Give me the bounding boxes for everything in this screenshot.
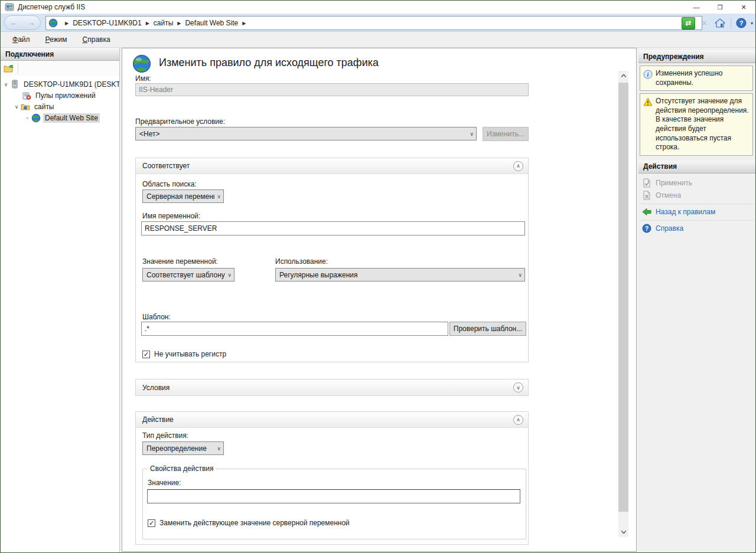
tree-item-server[interactable]: ∨ DESKTOP-U1MK9D1 (DESKTOP (1, 78, 119, 90)
info-icon: i (643, 70, 653, 79)
page-title: Изменить правило для исходящего трафика (159, 57, 379, 69)
action-section-header[interactable]: Действие ∧ (136, 412, 528, 428)
info-alert-text: Изменения успешно сохранены. (656, 69, 750, 87)
conditions-section: Условия ∨ (135, 379, 529, 396)
ignore-case-checkrow: ✓ Не учитывать регистр (142, 350, 226, 358)
vertical-scrollbar[interactable] (618, 71, 628, 537)
variable-name-input[interactable] (141, 221, 525, 235)
connections-toolbar (1, 61, 119, 76)
scope-value: Серверная переменн (146, 192, 214, 201)
action-properties-group: Свойства действия Значение: ✓ Заменить д… (142, 469, 526, 539)
site-globe-icon (48, 18, 58, 28)
action-properties-legend: Свойства действия (148, 464, 216, 473)
tree-item-label: сайты (32, 102, 56, 112)
expand-icon[interactable]: › (24, 115, 30, 121)
collapse-section-icon[interactable]: ∧ (513, 161, 523, 171)
actions-separator (641, 204, 754, 204)
actions-separator (641, 220, 754, 221)
apply-action: Применить (638, 177, 756, 189)
warning-alert: Отсутствует значение для действия переоп… (640, 93, 753, 156)
tree-item-sites[interactable]: ∨ сайты (1, 101, 119, 112)
tree-item-label: Пулы приложений (34, 91, 97, 100)
iis-manager-window: Диспетчер служб IIS — ❐ ✕ ← → ▶ DESKTOP-… (0, 0, 756, 553)
collapse-icon[interactable]: ∨ (3, 81, 9, 87)
variable-value-select[interactable]: Соответствует шаблону ∨ (142, 268, 234, 282)
action-type-value: Переопределение (146, 444, 214, 453)
crumb-server[interactable]: DESKTOP-U1MK9D1 (73, 19, 141, 27)
chevron-down-icon: ∨ (518, 272, 522, 278)
menu-help[interactable]: Справка (79, 34, 114, 45)
toolbar-separator (18, 63, 18, 74)
edit-precondition-button: Изменить... (483, 127, 529, 141)
back-icon[interactable]: ← (10, 18, 18, 27)
toolbar-separator (731, 18, 731, 28)
name-label: Имя: (135, 74, 151, 83)
svg-text:i: i (647, 71, 649, 78)
warning-icon (643, 97, 653, 107)
home-icon[interactable] (713, 17, 727, 30)
crumb-default-web-site[interactable]: Default Web Site (185, 19, 238, 27)
minimize-button[interactable]: — (685, 1, 708, 14)
right-panel: Предупреждения i Изменения успешно сохра… (638, 48, 756, 552)
crumb-sites[interactable]: сайты (154, 19, 174, 27)
restore-button[interactable]: ❐ (708, 1, 732, 14)
help-dropdown-icon[interactable]: ▾ (751, 21, 753, 26)
back-to-rules-action[interactable]: Назад к правилам (638, 206, 756, 218)
breadcrumb[interactable]: ▶ DESKTOP-U1MK9D1 ▶ сайты ▶ Default Web … (45, 16, 702, 30)
using-value: Регулярные выражения (279, 271, 516, 279)
collapse-icon[interactable]: ∨ (14, 104, 19, 110)
nav-buttons: ← → (4, 15, 41, 30)
test-pattern-button[interactable]: Проверить шаблон... (449, 322, 526, 336)
scrollbar-thumb[interactable] (618, 83, 628, 512)
ignore-case-checkbox[interactable]: ✓ (142, 351, 150, 358)
help-action[interactable]: ? Справка (638, 222, 756, 235)
warning-alert-text: Отсутствует значение для действия переоп… (656, 97, 750, 152)
conditions-section-header[interactable]: Условия ∨ (136, 379, 528, 395)
tree-item-default-web-site[interactable]: › Default Web Site (1, 112, 119, 123)
cancel-label: Отмена (656, 191, 681, 199)
menu-view[interactable]: Режим (42, 34, 71, 45)
cancel-action: Отмена (638, 189, 756, 202)
help-icon[interactable]: ? (735, 17, 748, 30)
refresh-icon[interactable]: ⇄ (682, 17, 695, 30)
tree-item-app-pools[interactable]: Пулы приложений (1, 90, 119, 101)
scroll-down-icon[interactable] (618, 527, 628, 537)
help-label: Справка (656, 224, 683, 233)
actions-header: Действия (638, 161, 756, 174)
close-button[interactable]: ✕ (732, 1, 755, 14)
replace-existing-label: Заменить действующее значение серверной … (159, 519, 350, 527)
expand-section-icon[interactable]: ∨ (513, 382, 523, 392)
help-circle-icon: ? (642, 224, 651, 233)
menu-file[interactable]: Файл (9, 34, 34, 45)
window-title: Диспетчер служб IIS (18, 3, 85, 11)
scope-select[interactable]: Серверная переменн ∨ (142, 189, 224, 203)
iis-app-icon (5, 2, 14, 12)
info-alert: i Изменения успешно сохранены. (640, 66, 753, 91)
alerts-header: Предупреждения (638, 50, 756, 63)
value-input[interactable] (147, 489, 520, 503)
pattern-input[interactable] (141, 322, 448, 336)
action-type-select[interactable]: Переопределение ∨ (142, 441, 224, 455)
action-section-title: Действие (142, 415, 513, 424)
menu-bar: Файл Режим Справка (1, 32, 755, 48)
back-arrow-icon (642, 207, 651, 217)
app-pools-icon (22, 91, 31, 100)
new-connection-folder-icon[interactable] (4, 64, 14, 73)
forward-icon[interactable]: → (28, 18, 35, 27)
precondition-select[interactable]: <Нет> ∨ (135, 127, 477, 140)
stop-icon[interactable]: ✕ (698, 17, 711, 30)
using-select[interactable]: Регулярные выражения ∨ (275, 268, 525, 282)
using-label: Использование: (275, 257, 328, 266)
scroll-up-icon[interactable] (618, 71, 628, 81)
apply-icon (642, 178, 651, 188)
apply-label: Применить (656, 179, 692, 187)
precondition-label: Предварительное условие: (135, 117, 225, 126)
crumb-separator-icon: ▶ (65, 21, 69, 26)
crumb-separator-icon: ▶ (146, 21, 149, 26)
sites-folder-icon (21, 102, 30, 112)
match-section-header[interactable]: Соответствует ∧ (136, 158, 528, 174)
site-globe-icon (31, 113, 41, 123)
replace-existing-checkbox[interactable]: ✓ (148, 519, 155, 527)
collapse-section-icon[interactable]: ∧ (513, 415, 523, 425)
back-to-rules-label: Назад к правилам (656, 208, 715, 216)
